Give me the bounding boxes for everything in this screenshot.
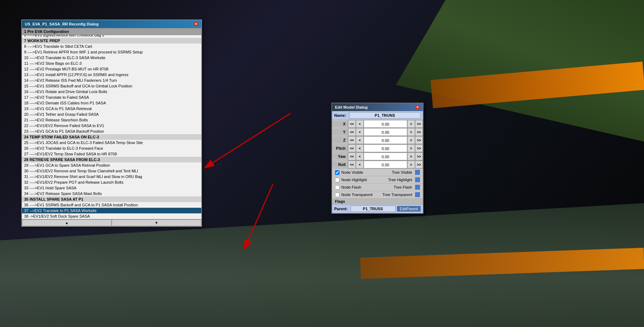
- list-item[interactable]: 31 ---->EV1/EV2 Remove Shirt and Scarf M…: [22, 174, 201, 179]
- list-item[interactable]: 22 ---->EV1/EV2 Remove Failed SASA to EV…: [22, 123, 201, 128]
- z-right-button[interactable]: >: [407, 136, 415, 144]
- roll-right-button[interactable]: >: [407, 161, 415, 168]
- x-label: X: [332, 121, 348, 127]
- x-row: X << < 0.00 > >>: [332, 120, 423, 128]
- z-double-right-button[interactable]: >>: [415, 136, 423, 144]
- list-item[interactable]: 35 INSTALL SPARE SASA AT P1: [22, 196, 201, 202]
- tree-highlight-label: Tree Highlight: [388, 178, 412, 182]
- list-item[interactable]: 16 ---->EV1 Rotate and Drive Gimbal Lock…: [22, 89, 201, 94]
- pitch-double-right-button[interactable]: >>: [415, 144, 423, 152]
- roll-value[interactable]: 0.00: [364, 161, 407, 168]
- list-item[interactable]: 21 ---->EV2 Release Stanchion Bolts: [22, 117, 201, 123]
- node-transparent-row: Node Transparent Tree Transparent: [332, 191, 423, 199]
- z-left-button[interactable]: <: [356, 136, 364, 144]
- name-row: Name: P1_TRUNS: [332, 111, 423, 120]
- roll-double-left-button[interactable]: <<: [348, 161, 356, 168]
- list-item[interactable]: 18 ---->EV2 Demate ISS Cables from P1 SA…: [22, 100, 201, 106]
- node-highlight-row: Node Highlight Tree Highlight: [332, 176, 423, 184]
- list-item[interactable]: 24 TEMP STOW FAILED SASA ON ELC-3: [22, 134, 201, 140]
- eva-close-button[interactable]: ✕: [194, 22, 198, 27]
- list-item[interactable]: 27 ---->EV1/EV2 Temp Stow Failed SASA to…: [22, 151, 201, 157]
- tree-flash-icon[interactable]: [415, 185, 420, 190]
- y-left-button[interactable]: <: [356, 128, 364, 136]
- node-highlight-checkbox[interactable]: [335, 178, 340, 182]
- list-item[interactable]: 12 ---->EV2 Prestage MUT-BS-MUT on HR 87…: [22, 66, 201, 72]
- yaw-double-left-button[interactable]: <<: [348, 153, 356, 160]
- y-right-button[interactable]: >: [407, 128, 415, 136]
- tree-highlight-icon[interactable]: [415, 177, 420, 182]
- pitch-label: Pitch: [332, 145, 348, 151]
- y-row: Y << < 0.00 > >>: [332, 128, 423, 136]
- tree-transparent-label: Tree Transparent: [382, 193, 412, 197]
- list-item[interactable]: 19 ---->EV1 GCA to P1 SASA Retrieval: [22, 106, 201, 111]
- y-value[interactable]: 0.00: [364, 128, 407, 136]
- list-item[interactable]: 15 ---->EV1 SSRMS Backoff and GCA to Gim…: [22, 83, 201, 89]
- list-item[interactable]: 30 ---->EV1/EV2 Remove and Temp Stow Cla…: [22, 168, 201, 174]
- list-item[interactable]: 13 ---->EV1 Install APFR [12,PP,F,6] on …: [22, 72, 201, 78]
- tree-transparent-icon[interactable]: [415, 192, 420, 197]
- yaw-label: Yaw: [332, 153, 348, 160]
- eva-title-bar[interactable]: US_EVA_P1_SASA_RR Reconfig Dialog ✕: [22, 20, 201, 28]
- yaw-value[interactable]: 0.00: [364, 153, 407, 160]
- z-label: Z: [332, 137, 348, 143]
- list-item[interactable]: 29 ---->EV1 GCA to Spare SASA Retrival P…: [22, 162, 201, 168]
- pitch-row: Pitch << < 0.00 > >>: [332, 144, 423, 153]
- parent-value[interactable]: P1_TRUSS: [351, 206, 396, 212]
- pitch-value[interactable]: 0.00: [364, 144, 407, 152]
- x-left-button[interactable]: <: [356, 120, 364, 128]
- yaw-right-button[interactable]: >: [407, 153, 415, 160]
- x-double-right-button[interactable]: >>: [415, 120, 423, 128]
- pitch-double-left-button[interactable]: <<: [348, 144, 356, 152]
- x-value[interactable]: 0.00: [364, 120, 407, 128]
- y-label: Y: [332, 129, 348, 135]
- x-double-left-button[interactable]: <<: [348, 120, 356, 128]
- list-item[interactable]: 34 ---->EV2 Release Spare SASA Mast Bolt…: [22, 191, 201, 196]
- eva-list[interactable]: 3 EGRESS4 ---->EV1 Egress Airlock5 ---->…: [22, 35, 201, 219]
- x-right-button[interactable]: >: [407, 120, 415, 128]
- list-item[interactable]: 37 -->EV2 Translate to P1 SASA Worksite: [22, 208, 201, 213]
- eva-scroll-down[interactable]: ▼: [112, 219, 201, 226]
- eva-footer: ▲ ▼: [22, 219, 201, 226]
- z-value[interactable]: 0.00: [364, 136, 407, 144]
- list-item[interactable]: 6 ---->EV2 Egress Airlock with Crewlock …: [22, 35, 201, 38]
- z-double-left-button[interactable]: <<: [348, 136, 356, 144]
- list-item[interactable]: 36 ---->EV1 SSRMS Backoff and GCA to P1 …: [22, 202, 201, 208]
- list-item[interactable]: 32 ---->EV1/EV2 Prepare PGT and Release …: [22, 179, 201, 185]
- list-item[interactable]: 26 ---->EV2 Translate to ELC-3 Forward F…: [22, 145, 201, 151]
- roll-left-button[interactable]: <: [356, 161, 364, 168]
- node-transparent-label: Node Transparent: [341, 193, 373, 197]
- list-item[interactable]: 11 ---->EV2 Stow Bags on ELC-3: [22, 61, 201, 66]
- list-item[interactable]: 7 WORKSITE PREP: [22, 38, 201, 44]
- y-double-left-button[interactable]: <<: [348, 128, 356, 136]
- list-item[interactable]: 38 ->EV1/EV2 Soft Dock Spare SASA: [22, 213, 201, 219]
- edit-model-title-bar[interactable]: Edit Model Dialog ✕: [332, 103, 423, 111]
- yaw-double-right-button[interactable]: >>: [415, 153, 423, 160]
- y-double-right-button[interactable]: >>: [415, 128, 423, 136]
- list-item[interactable]: 25 ---->EV1 JOCAS and GCA to ELC-3 Faile…: [22, 140, 201, 145]
- tree-visible-icon[interactable]: [415, 170, 420, 175]
- node-transparent-checkbox[interactable]: [335, 193, 340, 197]
- node-visible-checkbox[interactable]: [335, 170, 340, 175]
- roll-double-right-button[interactable]: >>: [415, 161, 423, 168]
- parent-label: Parent:: [334, 207, 348, 211]
- edit-parent-button[interactable]: EditParent: [397, 206, 421, 212]
- list-item[interactable]: 14 ---->EV2 Release ISS Fwd MLI Fastener…: [22, 78, 201, 83]
- edit-model-close-button[interactable]: ✕: [415, 105, 420, 110]
- list-item[interactable]: 8 ---->EV1 Translate to Stbd CETA Cart: [22, 44, 201, 49]
- name-value[interactable]: P1_TRUNS: [349, 112, 421, 119]
- node-visible-label: Node Visible: [341, 170, 363, 174]
- list-item[interactable]: 9 ---->EV1 Retrieve APFR from WIF 1 and …: [22, 49, 201, 55]
- list-item[interactable]: 23 ---->EV1 GCA to P1 SASA Backoff Posit…: [22, 128, 201, 134]
- list-item[interactable]: 33 ---->EV1 Hold Spare SASA: [22, 185, 201, 191]
- yaw-left-button[interactable]: <: [356, 153, 364, 160]
- z-row: Z << < 0.00 > >>: [332, 136, 423, 144]
- list-item[interactable]: 20 ---->EV1 Tether and Grasp Failed SASA: [22, 111, 201, 117]
- list-item[interactable]: 10 ---->EV2 Translate to ELC-3 SASA Work…: [22, 55, 201, 61]
- list-item[interactable]: 28 RETRIEVE SPARE SASA FROM ELC-3: [22, 157, 201, 162]
- pitch-right-button[interactable]: >: [407, 144, 415, 152]
- pitch-left-button[interactable]: <: [356, 144, 364, 152]
- node-flash-checkbox[interactable]: [335, 185, 340, 190]
- eva-scroll-up[interactable]: ▲: [22, 219, 112, 226]
- list-item[interactable]: 17 ---->EV2 Translate to Failed SASA: [22, 94, 201, 100]
- edit-model-dialog: Edit Model Dialog ✕ Name: P1_TRUNS X << …: [331, 103, 424, 214]
